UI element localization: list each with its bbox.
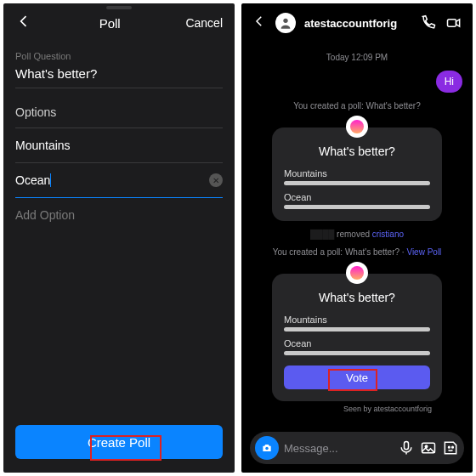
option-row[interactable]: Ocean ✕	[15, 163, 223, 198]
svg-point-0	[283, 19, 287, 23]
mic-icon[interactable]	[398, 439, 415, 456]
poll-option-label: Ocean	[284, 192, 430, 202]
svg-rect-1	[448, 20, 456, 26]
svg-point-7	[452, 446, 454, 448]
poll-option-label: Ocean	[284, 338, 430, 348]
poll-option-label: Mountains	[284, 168, 430, 178]
poll-author-avatar	[346, 116, 368, 138]
poll-card[interactable]: What's better? Mountains Ocean Vote	[272, 274, 442, 401]
create-poll-button[interactable]: Create Poll	[15, 425, 223, 459]
svg-point-2	[265, 447, 269, 450]
question-input[interactable]: What's better?	[15, 61, 223, 88]
option-row[interactable]: Mountains	[15, 128, 223, 163]
poll-option-bar[interactable]	[284, 205, 430, 209]
gallery-icon[interactable]	[420, 439, 437, 456]
poll-author-avatar	[346, 262, 368, 284]
video-icon[interactable]	[445, 14, 462, 31]
message-composer: Message...	[250, 432, 464, 464]
svg-rect-3	[405, 442, 409, 450]
back-arrow-icon[interactable]	[252, 14, 267, 32]
phone-icon[interactable]	[420, 14, 437, 31]
annotation-highlight	[328, 369, 377, 391]
poll-create-screen: Poll Cancel Poll Question What's better?…	[3, 3, 235, 473]
poll-option-bar[interactable]	[284, 351, 430, 355]
chat-screen: atestaccountforig Today 12:09 PM Hi You …	[241, 3, 473, 473]
view-poll-link[interactable]: View Poll	[406, 247, 441, 257]
back-arrow-icon[interactable]	[15, 13, 34, 33]
message-input[interactable]: Message...	[284, 442, 393, 455]
chat-body: Today 12:09 PM Hi You created a poll: Wh…	[241, 53, 473, 413]
question-label: Poll Question	[15, 51, 223, 61]
camera-button[interactable]	[255, 436, 279, 460]
screen-title: Poll	[34, 16, 185, 31]
grabber	[106, 6, 132, 9]
system-message: You created a poll: What's better? · Vie…	[252, 247, 462, 257]
option-value: Ocean	[15, 173, 51, 187]
poll-option-bar[interactable]	[284, 327, 430, 332]
cancel-button[interactable]: Cancel	[185, 16, 223, 30]
system-message: ████ removed cristiano	[252, 230, 462, 239]
poll-question: What's better?	[284, 291, 430, 304]
poll-option-label: Mountains	[284, 314, 430, 325]
clear-icon[interactable]: ✕	[209, 173, 223, 187]
options-header: Options	[15, 105, 223, 128]
account-name[interactable]: atestaccountforig	[304, 17, 411, 30]
avatar[interactable]	[275, 13, 296, 33]
poll-question: What's better?	[284, 144, 430, 158]
add-option-button[interactable]: Add Option	[15, 198, 223, 232]
timestamp: Today 12:09 PM	[252, 53, 462, 62]
chat-header: atestaccountforig	[241, 3, 473, 42]
system-message: You created a poll: What's better?	[252, 101, 462, 110]
user-link[interactable]: cristiano	[372, 230, 404, 239]
seen-indicator: Seen by atestaccountforig	[252, 405, 432, 413]
sent-message-bubble: Hi	[436, 71, 462, 93]
poll-option-bar[interactable]	[284, 181, 430, 185]
option-value: Mountains	[15, 139, 71, 152]
svg-point-6	[449, 446, 450, 448]
sticker-icon[interactable]	[442, 439, 459, 456]
poll-card[interactable]: What's better? Mountains Ocean	[272, 128, 442, 221]
